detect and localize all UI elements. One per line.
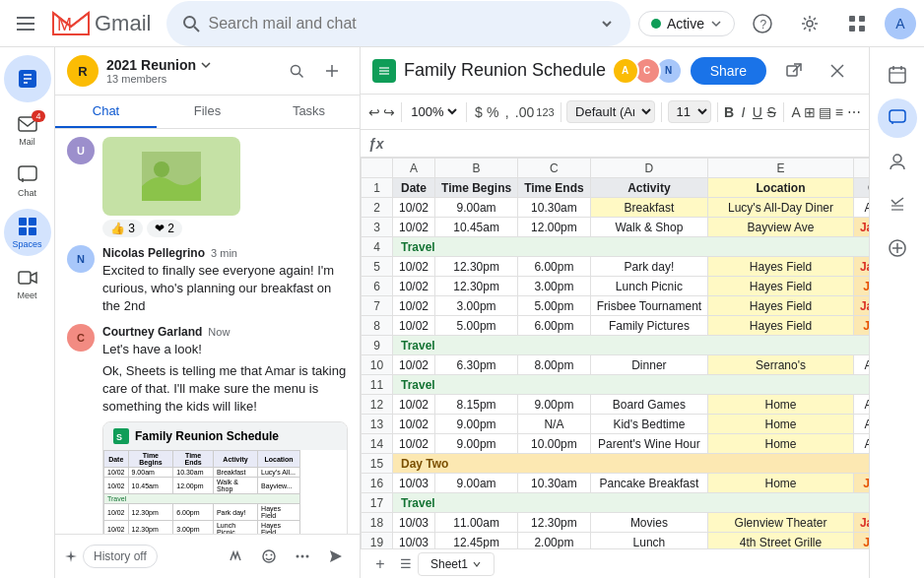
- table-cell[interactable]: 3.00pm: [435, 296, 518, 316]
- sidebar-icon-meet[interactable]: Meet: [4, 260, 51, 307]
- table-cell[interactable]: Home: [708, 415, 854, 434]
- table-cell[interactable]: N/A: [518, 415, 590, 434]
- table-cell[interactable]: Walk & Shop: [590, 218, 708, 237]
- sheets-list-button[interactable]: ☰: [394, 552, 418, 576]
- tab-tasks[interactable]: Tasks: [258, 96, 360, 128]
- table-cell[interactable]: Frisbee Tournament: [590, 296, 708, 316]
- table-cell[interactable]: Dinner: [590, 355, 708, 375]
- active-status-badge[interactable]: Active: [638, 11, 735, 36]
- comma-button[interactable]: ,: [500, 98, 512, 126]
- table-cell[interactable]: Glenview Theater: [708, 513, 854, 533]
- font-size-select[interactable]: 111012: [668, 100, 711, 123]
- group-dropdown-icon[interactable]: [200, 59, 212, 71]
- sidebar-icon-spaces[interactable]: Spaces: [4, 209, 51, 256]
- table-cell[interactable]: 10/03: [393, 474, 435, 493]
- table-cell[interactable]: John Smith: [853, 533, 869, 549]
- search-bar[interactable]: [166, 1, 629, 46]
- table-cell[interactable]: 10/02: [393, 434, 435, 454]
- table-cell[interactable]: Family Pictures: [590, 316, 708, 336]
- merge-button[interactable]: ▤: [819, 98, 831, 126]
- add-icon-btn[interactable]: [878, 228, 917, 268]
- table-cell[interactable]: Movies: [590, 513, 708, 533]
- tab-chat[interactable]: Chat: [55, 96, 157, 128]
- search-members-button[interactable]: [281, 55, 312, 87]
- apps-button[interactable]: [837, 4, 877, 43]
- table-cell[interactable]: 3.00pm: [518, 277, 590, 296]
- tab-files[interactable]: Files: [157, 96, 258, 128]
- table-cell[interactable]: 2.00pm: [518, 533, 590, 549]
- sidebar-icon-mail[interactable]: Mail 4: [4, 106, 51, 154]
- percent-button[interactable]: %: [487, 98, 498, 126]
- help-button[interactable]: ?: [743, 4, 782, 43]
- table-cell[interactable]: Parent's Wine Hour: [590, 434, 708, 454]
- table-cell[interactable]: Hayes Field: [708, 257, 854, 277]
- table-cell[interactable]: 9.00am: [435, 198, 518, 218]
- text-color-button[interactable]: A: [790, 98, 802, 126]
- col-header-a[interactable]: A: [393, 159, 435, 178]
- font-select[interactable]: Default (Ari...: [566, 100, 655, 123]
- table-cell[interactable]: Hayes Field: [708, 316, 854, 336]
- share-button[interactable]: Share: [691, 57, 766, 85]
- table-cell[interactable]: Amar Singh: [853, 395, 869, 415]
- table-cell[interactable]: 6.00pm: [518, 257, 590, 277]
- add-members-button[interactable]: [316, 55, 348, 87]
- table-cell[interactable]: 5.00pm: [435, 316, 518, 336]
- strikethrough-button[interactable]: S: [765, 98, 777, 126]
- table-cell[interactable]: Home: [708, 395, 854, 415]
- table-cell[interactable]: John Smith: [853, 277, 869, 296]
- table-cell[interactable]: 10/02: [393, 257, 435, 277]
- reaction-thumbsup[interactable]: 👍 3: [102, 220, 143, 237]
- table-cell[interactable]: 11.00am: [435, 513, 518, 533]
- sidebar-icon-chat[interactable]: Chat: [4, 158, 51, 205]
- table-cell[interactable]: 12.30pm: [518, 513, 590, 533]
- zoom-select[interactable]: 100%75%50%: [407, 103, 460, 120]
- align-button[interactable]: ≡: [833, 98, 845, 126]
- table-cell[interactable]: 10/02: [393, 415, 435, 434]
- table-cell[interactable]: 9.00am: [435, 474, 518, 493]
- table-cell[interactable]: 10.30am: [518, 474, 590, 493]
- col-header-c[interactable]: C: [518, 159, 590, 178]
- table-cell[interactable]: Home: [708, 474, 854, 493]
- sheet-tab[interactable]: Sheet1: [418, 552, 495, 576]
- table-cell[interactable]: Janet Gilboa: [853, 513, 869, 533]
- emoji-button[interactable]: [253, 541, 285, 572]
- calendar-icon-btn[interactable]: [878, 55, 917, 95]
- table-cell[interactable]: 6.00pm: [518, 316, 590, 336]
- table-cell[interactable]: Travel: [393, 375, 870, 395]
- reaction-heart[interactable]: ❤ 2: [147, 220, 182, 237]
- settings-button[interactable]: [790, 4, 829, 43]
- user-avatar[interactable]: A: [885, 8, 916, 39]
- contacts-icon-btn[interactable]: [878, 142, 917, 181]
- table-cell-location-header[interactable]: Location: [708, 178, 854, 198]
- format-text-button[interactable]: [220, 541, 251, 572]
- table-cell[interactable]: Board Games: [590, 395, 708, 415]
- table-cell[interactable]: 9.00pm: [518, 395, 590, 415]
- table-cell[interactable]: 12.45pm: [435, 533, 518, 549]
- table-cell[interactable]: 10.00pm: [518, 434, 590, 454]
- send-button[interactable]: [320, 541, 352, 572]
- table-cell[interactable]: Travel: [393, 237, 870, 257]
- table-cell[interactable]: Lunch Picnic: [590, 277, 708, 296]
- sidebar-icon-compose[interactable]: [4, 55, 51, 102]
- table-cell[interactable]: 10/02: [393, 218, 435, 237]
- table-cell[interactable]: Janet Gilboa: [853, 218, 869, 237]
- table-cell[interactable]: Serrano's: [708, 355, 854, 375]
- table-cell[interactable]: Breakfast: [590, 198, 708, 218]
- search-dropdown-icon[interactable]: [599, 16, 615, 32]
- table-cell[interactable]: 8.00pm: [518, 355, 590, 375]
- table-cell[interactable]: 12.30pm: [435, 277, 518, 296]
- table-cell[interactable]: 10/03: [393, 513, 435, 533]
- currency-button[interactable]: $: [473, 98, 485, 126]
- table-cell[interactable]: Pancake Breakfast: [590, 474, 708, 493]
- table-cell[interactable]: Amar Singh: [853, 355, 869, 375]
- table-cell[interactable]: Bayview Ave: [708, 218, 854, 237]
- table-cell[interactable]: Hayes Field: [708, 277, 854, 296]
- table-cell[interactable]: Lucy's All-Day Diner: [708, 198, 854, 218]
- formula-input[interactable]: [388, 136, 861, 151]
- table-cell[interactable]: 10/02: [393, 316, 435, 336]
- table-cell[interactable]: 10/02: [393, 277, 435, 296]
- table-cell[interactable]: 12.00pm: [518, 218, 590, 237]
- table-cell[interactable]: 10/02: [393, 355, 435, 375]
- table-cell[interactable]: 10.45am: [435, 218, 518, 237]
- table-cell[interactable]: Organizer: [853, 178, 869, 198]
